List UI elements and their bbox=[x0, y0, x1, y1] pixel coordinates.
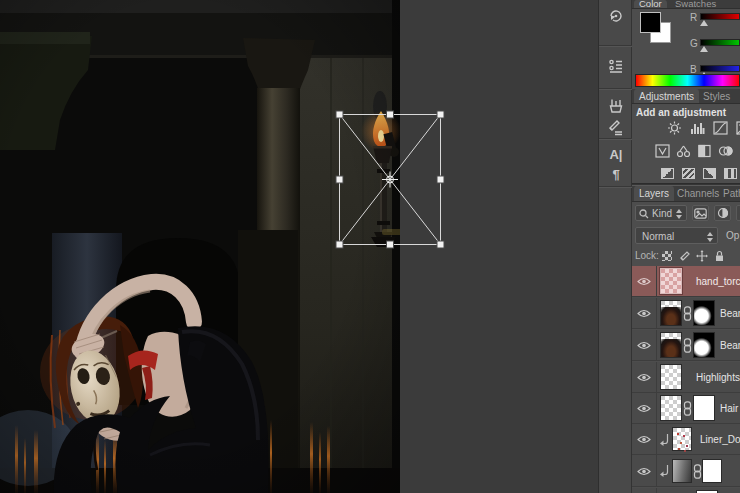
photoshop-window: A| ¶ Color Swatches R G B Adjustments St… bbox=[0, 0, 740, 493]
lock-all-icon[interactable] bbox=[713, 250, 725, 262]
history-icon[interactable] bbox=[606, 6, 626, 26]
layer-filter-kind-dropdown[interactable]: Kind bbox=[635, 205, 687, 221]
layer-row-beam-copy[interactable]: Beam c bbox=[632, 298, 740, 329]
black-white-icon[interactable] bbox=[717, 144, 733, 158]
layer-mask-thumbnail[interactable] bbox=[702, 459, 722, 483]
clipping-mask-arrow-icon bbox=[659, 433, 670, 446]
adjustment-icons-row-2 bbox=[632, 144, 740, 160]
brush-panel-icon[interactable] bbox=[606, 117, 626, 137]
search-icon bbox=[639, 209, 649, 219]
layer-row-gradient[interactable] bbox=[632, 455, 740, 487]
paragraph-panel-icon[interactable]: ¶ bbox=[606, 164, 626, 184]
foreground-color-swatch[interactable] bbox=[640, 12, 661, 33]
visibility-toggle[interactable] bbox=[632, 393, 657, 424]
opacity-label-cut: Op bbox=[726, 230, 739, 241]
layer-row-hair[interactable]: Hair bbox=[632, 393, 740, 424]
layer-mask-thumbnail[interactable] bbox=[693, 300, 715, 326]
color-balance-icon[interactable] bbox=[696, 144, 712, 158]
visibility-toggle[interactable] bbox=[632, 455, 657, 487]
clipping-mask-arrow-icon bbox=[659, 464, 670, 477]
tab-color[interactable]: Color bbox=[634, 0, 667, 8]
adjustment-icons-row-3 bbox=[632, 166, 740, 182]
layers-tabbar: Layers Channels Paths bbox=[632, 186, 740, 202]
visibility-toggle[interactable] bbox=[632, 298, 657, 329]
color-lookup-icon[interactable] bbox=[680, 166, 696, 180]
visibility-toggle[interactable] bbox=[632, 362, 657, 393]
tab-styles[interactable]: Styles bbox=[698, 89, 735, 103]
layer-thumbnail[interactable] bbox=[660, 332, 682, 358]
transform-handle-top-left[interactable] bbox=[336, 111, 343, 118]
red-slider-thumb[interactable] bbox=[700, 20, 708, 26]
curves-icon[interactable] bbox=[712, 121, 728, 135]
posterize-icon[interactable] bbox=[722, 166, 738, 180]
pixel-layers-filter-icon[interactable] bbox=[692, 205, 709, 221]
red-channel-label: R bbox=[690, 12, 697, 23]
eye-icon bbox=[637, 404, 651, 413]
brush-presets-icon[interactable] bbox=[606, 96, 626, 116]
eye-icon bbox=[637, 277, 651, 286]
layer-thumbnail[interactable] bbox=[660, 364, 682, 390]
layer-mask-link-icon[interactable] bbox=[683, 306, 692, 321]
blend-mode-dropdown[interactable]: Normal bbox=[635, 227, 718, 244]
transform-handle-mid-left[interactable] bbox=[336, 176, 343, 183]
layer-mask-thumbnail[interactable] bbox=[693, 395, 715, 421]
color-panel-tabbar: Color Swatches bbox=[632, 0, 740, 9]
transform-handle-bottom-right[interactable] bbox=[437, 241, 444, 248]
eye-icon bbox=[637, 373, 651, 382]
transform-handle-bottom-center[interactable] bbox=[387, 241, 394, 248]
layer-mask-link-icon[interactable] bbox=[683, 401, 692, 416]
lock-transparent-icon[interactable] bbox=[661, 250, 673, 262]
tab-layers[interactable]: Layers bbox=[634, 186, 674, 201]
kind-spinner bbox=[676, 209, 683, 219]
lock-label: Lock: bbox=[635, 250, 659, 261]
green-slider-thumb[interactable] bbox=[700, 46, 708, 52]
lock-pixels-icon[interactable] bbox=[679, 250, 691, 262]
layer-row-beam[interactable]: Beam bbox=[632, 330, 740, 361]
layer-comps-icon[interactable] bbox=[606, 56, 626, 76]
transform-handle-mid-right[interactable] bbox=[437, 176, 444, 183]
channel-mixer-icon[interactable] bbox=[659, 166, 675, 180]
layer-mask-link-icon[interactable] bbox=[683, 338, 692, 353]
layer-thumbnail[interactable] bbox=[660, 268, 682, 294]
levels-icon[interactable] bbox=[689, 121, 705, 135]
blue-slider[interactable] bbox=[700, 65, 740, 72]
lock-position-icon[interactable] bbox=[696, 250, 708, 262]
visibility-toggle[interactable] bbox=[632, 266, 657, 297]
layer-row-partial[interactable] bbox=[632, 488, 740, 493]
green-channel-label: G bbox=[690, 38, 698, 49]
layer-row-highlights[interactable]: Highlights bbox=[632, 362, 740, 393]
tab-swatches[interactable]: Swatches bbox=[670, 0, 721, 8]
layer-row-hand-torch[interactable]: hand_torch_kl_ bbox=[632, 266, 740, 297]
red-slider[interactable] bbox=[700, 13, 740, 20]
visibility-toggle[interactable] bbox=[632, 330, 657, 361]
transform-handle-top-right[interactable] bbox=[437, 111, 444, 118]
artwork bbox=[0, 0, 598, 493]
layer-thumbnail[interactable] bbox=[672, 459, 692, 483]
layer-row-liner-dodge[interactable]: Liner_Dodg bbox=[632, 424, 740, 455]
eye-icon bbox=[637, 467, 651, 476]
vibrance-icon[interactable] bbox=[654, 144, 670, 158]
transform-handle-bottom-left[interactable] bbox=[336, 241, 343, 248]
invert-icon[interactable] bbox=[701, 166, 717, 180]
exposure-icon[interactable] bbox=[735, 121, 740, 135]
adjustment-layers-filter-icon[interactable] bbox=[714, 205, 731, 221]
brightness-contrast-icon[interactable] bbox=[666, 121, 682, 135]
visibility-toggle[interactable] bbox=[632, 424, 657, 455]
tab-channels[interactable]: Channels bbox=[672, 186, 724, 201]
green-slider[interactable] bbox=[700, 39, 740, 46]
character-panel-icon[interactable]: A| bbox=[606, 144, 626, 164]
layer-thumbnail[interactable] bbox=[660, 300, 682, 326]
layer-filter-row: Kind bbox=[632, 204, 740, 223]
type-layers-filter-icon[interactable] bbox=[736, 205, 740, 221]
tab-paths[interactable]: Paths bbox=[718, 186, 740, 201]
lock-row: Lock: bbox=[632, 248, 740, 265]
layer-mask-link-icon[interactable] bbox=[693, 464, 702, 479]
hue-saturation-icon[interactable] bbox=[675, 144, 691, 158]
layer-thumbnail[interactable] bbox=[660, 395, 682, 421]
transform-handle-top-center[interactable] bbox=[387, 111, 394, 118]
color-spectrum-ramp[interactable] bbox=[635, 74, 740, 87]
layer-thumbnail[interactable] bbox=[672, 427, 692, 451]
document-canvas[interactable] bbox=[0, 0, 598, 493]
layer-mask-thumbnail[interactable] bbox=[693, 332, 715, 358]
tab-adjustments[interactable]: Adjustments bbox=[634, 89, 699, 103]
